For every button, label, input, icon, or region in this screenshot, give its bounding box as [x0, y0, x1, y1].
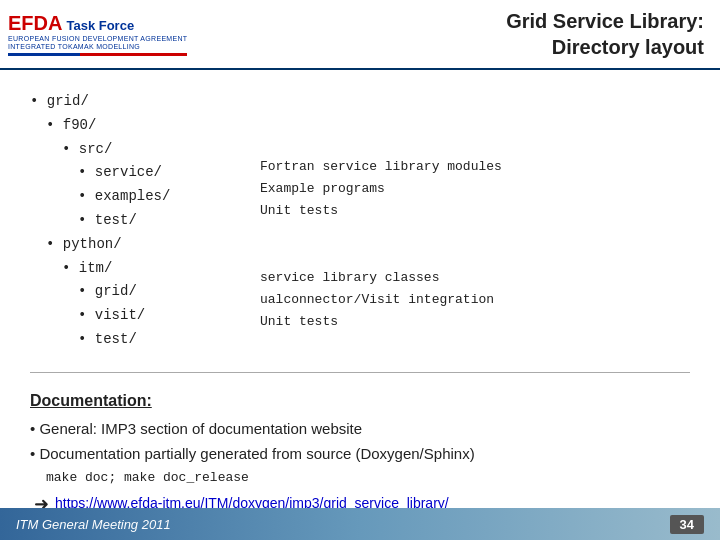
list-item: • test/ — [30, 209, 240, 233]
slide-number: 34 — [670, 515, 704, 534]
desc-grid: service library classes — [260, 267, 502, 289]
list-item: • python/ — [30, 233, 240, 257]
logo-area: EFDA Task Force EUROPEAN FUSION DEVELOPM… — [8, 12, 187, 57]
desc-spacer — [260, 112, 502, 134]
list-item: • f90/ — [30, 114, 240, 138]
footer-left-text: ITM General Meeting 2011 — [16, 517, 171, 532]
list-item: • itm/ — [30, 257, 240, 281]
list-item: • grid/ — [30, 280, 240, 304]
footer: ITM General Meeting 2011 34 — [0, 508, 720, 540]
doc-point-2: • Documentation partially generated from… — [30, 441, 690, 467]
list-item: • test/ — [30, 328, 240, 352]
desc-service: Fortran service library modules — [260, 156, 502, 178]
title-line1: Grid Service Library: — [506, 8, 704, 34]
directory-tree: • grid/ • f90/ • src/ • service/ • examp… — [30, 90, 240, 352]
documentation-section: Documentation: • General: IMP3 section o… — [30, 387, 690, 520]
header: EFDA Task Force EUROPEAN FUSION DEVELOPM… — [0, 0, 720, 70]
logo-line2: INTEGRATED TOKAMAK MODELLING — [8, 43, 187, 51]
logo-top: EFDA Task Force — [8, 12, 187, 35]
desc-spacer — [260, 134, 502, 156]
logo-container: EFDA Task Force EUROPEAN FUSION DEVELOPM… — [8, 12, 187, 57]
desc-visit: ualconnector/Visit integration — [260, 289, 502, 311]
list-item: • service/ — [30, 161, 240, 185]
doc-title: Documentation: — [30, 387, 690, 414]
list-item: • examples/ — [30, 185, 240, 209]
directory-section: • grid/ • f90/ • src/ • service/ • examp… — [30, 90, 690, 352]
main-content: • grid/ • f90/ • src/ • service/ • examp… — [0, 70, 720, 530]
desc-spacer — [260, 90, 502, 112]
desc-spacer — [260, 223, 502, 245]
desc-examples: Example programs — [260, 178, 502, 200]
logo-line1: EUROPEAN FUSION DEVELOPMENT AGREEMENT — [8, 35, 187, 43]
title-line2: Directory layout — [506, 34, 704, 60]
list-item: • grid/ — [30, 90, 240, 114]
desc-test1: Unit tests — [260, 200, 502, 222]
taskforce-label: Task Force — [66, 18, 134, 33]
efda-logo-text: EFDA — [8, 12, 62, 35]
desc-spacer — [260, 245, 502, 267]
list-item: • visit/ — [30, 304, 240, 328]
doc-point-1: • General: IMP3 section of documentation… — [30, 416, 690, 442]
desc-test2: Unit tests — [260, 311, 502, 333]
logo-bar — [8, 53, 187, 56]
list-item: • src/ — [30, 138, 240, 162]
page-title: Grid Service Library: Directory layout — [506, 8, 704, 60]
doc-code: make doc; make doc_release — [30, 467, 690, 489]
divider — [30, 372, 690, 373]
directory-descriptions: Fortran service library modules Example … — [240, 90, 502, 352]
